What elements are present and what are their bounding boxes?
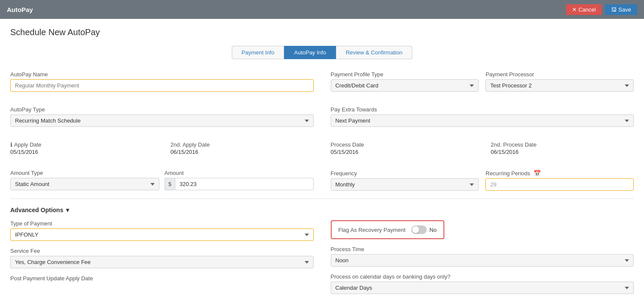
advanced-left: Type of Payment IPFONLY Service Fee Yes,… bbox=[10, 220, 314, 300]
amount-input[interactable] bbox=[175, 178, 314, 190]
amount-type-select[interactable]: Static Amount bbox=[10, 178, 159, 190]
form-right-col3: Process Date 05/15/2016 2nd. Process Dat… bbox=[331, 141, 634, 162]
payment-profile-type-group: Payment Profile Type Credit/Debit Card bbox=[331, 71, 479, 92]
amount-row: Amount Type Static Amount Amount $ bbox=[10, 170, 314, 190]
apply-date-label: ℹ Apply Date bbox=[10, 141, 153, 148]
type-of-payment-select[interactable]: IPFONLY bbox=[10, 228, 314, 241]
apply-date-2nd-value: 06/15/2016 bbox=[171, 149, 314, 155]
frequency-select[interactable]: Monthly bbox=[331, 178, 479, 191]
autopay-type-label: AutoPay Type bbox=[10, 106, 314, 113]
process-dates-row: Process Date 05/15/2016 2nd. Process Dat… bbox=[331, 141, 634, 155]
recovery-toggle[interactable] bbox=[411, 225, 427, 234]
process-date-item: Process Date 05/15/2016 bbox=[331, 141, 474, 155]
post-payment-group: Post Payment Update Apply Date bbox=[10, 275, 314, 282]
process-days-select[interactable]: Calendar Days bbox=[331, 282, 634, 294]
autopay-type-group: AutoPay Type Recurring Match Schedule bbox=[10, 106, 314, 127]
calendar-icon: 📅 bbox=[533, 170, 541, 177]
process-days-label: Process on calendar days or banking days… bbox=[331, 273, 634, 280]
process-time-select[interactable]: Noon bbox=[331, 254, 634, 267]
form-left-col1: AutoPay Name bbox=[10, 71, 314, 99]
recurring-periods-input[interactable] bbox=[485, 178, 634, 191]
autopay-name-group: AutoPay Name bbox=[10, 71, 314, 92]
payment-processor-group: Payment Processor Test Processor 2 bbox=[485, 71, 634, 92]
process-date-2nd-label: 2nd. Process Date bbox=[491, 141, 634, 148]
page-title: Schedule New AutoPay bbox=[10, 27, 634, 37]
toggle-state-text: No bbox=[429, 227, 437, 233]
autopay-name-label: AutoPay Name bbox=[10, 71, 314, 78]
apply-dates-row: ℹ Apply Date 05/15/2016 2nd. Apply Date … bbox=[10, 141, 314, 155]
payment-processor-select[interactable]: Test Processor 2 bbox=[485, 79, 634, 92]
info-icon: ℹ bbox=[10, 141, 12, 148]
tab-payment-info[interactable]: Payment Info bbox=[232, 46, 285, 59]
amount-field-group: Amount $ bbox=[165, 170, 314, 190]
service-fee-select[interactable]: Yes, Charge Convenience Fee bbox=[10, 256, 314, 268]
save-icon: 🖫 bbox=[611, 6, 617, 13]
process-time-group: Process Time Noon bbox=[331, 246, 634, 267]
apply-date-value: 05/15/2016 bbox=[10, 149, 153, 155]
process-time-label: Process Time bbox=[331, 246, 634, 252]
autopay-name-input[interactable] bbox=[10, 79, 314, 92]
frequency-group: Frequency Monthly bbox=[331, 170, 479, 191]
form-left-col3: ℹ Apply Date 05/15/2016 2nd. Apply Date … bbox=[10, 141, 314, 162]
process-date-2nd-value: 06/15/2016 bbox=[491, 149, 634, 155]
chevron-down-icon: ▾ bbox=[66, 207, 69, 213]
advanced-right: Flag As Recovery Payment No Process Time… bbox=[331, 220, 634, 300]
form-section-row4: Amount Type Static Amount Amount $ bbox=[10, 170, 634, 191]
autopay-type-select[interactable]: Recurring Match Schedule bbox=[10, 114, 314, 127]
pay-extra-towards-label: Pay Extra Towards bbox=[331, 106, 634, 113]
service-fee-label: Service Fee bbox=[10, 248, 314, 254]
form-left-col2: AutoPay Type Recurring Match Schedule bbox=[10, 106, 314, 134]
form-section-row3: ℹ Apply Date 05/15/2016 2nd. Apply Date … bbox=[10, 141, 634, 162]
payment-processor-label: Payment Processor bbox=[485, 71, 634, 78]
tab-review-confirmation[interactable]: Review & Confirmation bbox=[336, 46, 412, 59]
process-date-label: Process Date bbox=[331, 141, 474, 148]
cancel-icon: ✕ bbox=[572, 6, 577, 13]
advanced-options-section: Type of Payment IPFONLY Service Fee Yes,… bbox=[10, 220, 634, 300]
service-fee-group: Service Fee Yes, Charge Convenience Fee bbox=[10, 248, 314, 268]
type-of-payment-label: Type of Payment bbox=[10, 220, 314, 227]
save-button[interactable]: 🖫 Save bbox=[605, 4, 637, 15]
flag-recovery-label: Flag As Recovery Payment bbox=[338, 227, 406, 233]
form-right-col4: Frequency Monthly Recurring Periods 📅 bbox=[331, 170, 634, 191]
toggle-container: No bbox=[411, 225, 437, 234]
form-right-col2: Pay Extra Towards Next Payment bbox=[331, 106, 634, 134]
apply-date-2nd-item: 2nd. Apply Date 06/15/2016 bbox=[171, 141, 314, 155]
frequency-label: Frequency bbox=[331, 170, 479, 177]
amount-type-label: Amount Type bbox=[10, 170, 159, 176]
pay-extra-towards-select[interactable]: Next Payment bbox=[331, 114, 634, 127]
process-days-group: Process on calendar days or banking days… bbox=[331, 273, 634, 294]
form-right-col1: Payment Profile Type Credit/Debit Card P… bbox=[331, 71, 634, 99]
apply-date-item: ℹ Apply Date 05/15/2016 bbox=[10, 141, 153, 155]
tabs-row: Payment Info AutoPay Info Review & Confi… bbox=[10, 46, 634, 59]
divider-1 bbox=[10, 198, 634, 199]
amount-prefix: $ bbox=[165, 178, 175, 190]
payment-profile-type-select[interactable]: Credit/Debit Card bbox=[331, 79, 479, 92]
frequency-recurring-row: Frequency Monthly Recurring Periods 📅 bbox=[331, 170, 634, 191]
process-date-2nd-item: 2nd. Process Date 06/15/2016 bbox=[491, 141, 634, 155]
apply-date-2nd-label: 2nd. Apply Date bbox=[171, 141, 314, 148]
toggle-knob bbox=[412, 226, 419, 233]
amount-label: Amount bbox=[165, 170, 314, 176]
form-section-row2: AutoPay Type Recurring Match Schedule Pa… bbox=[10, 106, 634, 134]
process-date-value: 05/15/2016 bbox=[331, 149, 474, 155]
payment-profile-type-label: Payment Profile Type bbox=[331, 71, 479, 78]
amount-type-group: Amount Type Static Amount bbox=[10, 170, 159, 190]
recurring-periods-group: Recurring Periods 📅 bbox=[485, 170, 634, 191]
payment-profile-processor-row: Payment Profile Type Credit/Debit Card P… bbox=[331, 71, 634, 92]
cancel-button[interactable]: ✕ Cancel bbox=[566, 4, 602, 15]
tab-autopay-info[interactable]: AutoPay Info bbox=[284, 46, 335, 59]
recurring-periods-label: Recurring Periods 📅 bbox=[485, 170, 634, 177]
app-header: AutoPay ✕ Cancel 🖫 Save bbox=[0, 0, 644, 19]
form-left-col4: Amount Type Static Amount Amount $ bbox=[10, 170, 314, 191]
header-buttons: ✕ Cancel 🖫 Save bbox=[566, 4, 637, 15]
advanced-options-toggle[interactable]: Advanced Options ▾ bbox=[10, 207, 634, 213]
post-payment-label: Post Payment Update Apply Date bbox=[10, 275, 314, 282]
form-section-row1: AutoPay Name Payment Profile Type Credit… bbox=[10, 71, 634, 99]
type-of-payment-group: Type of Payment IPFONLY bbox=[10, 220, 314, 241]
pay-extra-towards-group: Pay Extra Towards Next Payment bbox=[331, 106, 634, 127]
page-body: Schedule New AutoPay Payment Info AutoPa… bbox=[0, 19, 644, 300]
app-title: AutoPay bbox=[7, 6, 33, 13]
flag-recovery-box: Flag As Recovery Payment No bbox=[331, 220, 444, 239]
